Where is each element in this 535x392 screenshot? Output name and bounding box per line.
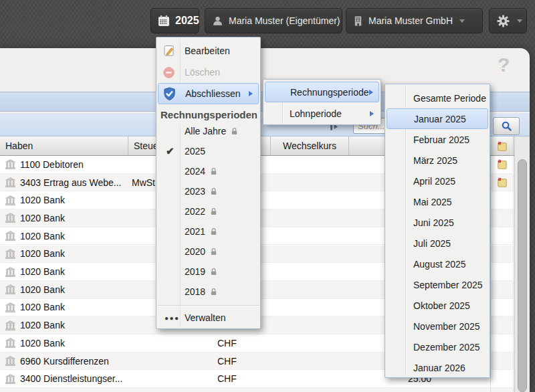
menu-item-year-2025[interactable]: ✔ 2025 [158,141,259,161]
company-dropdown-button[interactable]: Maria Muster GmbH [346,8,483,33]
building-icon [353,15,363,27]
account-label: 1020 Bank [20,213,65,223]
search-button[interactable] [493,117,520,135]
rechnungsperiode-submenu: Gesamte Periode Januar 2025 Februar 2025… [385,84,490,378]
submenu-arrow-icon [249,91,253,96]
company-button-label: Maria Muster GmbH [368,15,453,26]
account-label: 1020 Bank [20,266,65,277]
menu-item-november-2025[interactable]: November 2025 [387,316,488,336]
note-cell [490,174,514,191]
column-header-haben[interactable]: Haben [0,136,128,155]
account-label: 1100 Debitoren [20,159,84,170]
account-label: 1020 Bank [20,195,65,205]
bank-icon [5,302,16,313]
menu-item-abschliessen[interactable]: Abschliessen [158,83,259,104]
help-button[interactable]: ? [498,54,510,76]
menu-item-year-2024[interactable]: 2024 [158,161,259,181]
gear-icon [496,14,510,28]
note-cell [490,370,514,387]
vertical-scrollbar[interactable] [514,136,530,392]
submenu-arrow-icon [369,90,373,95]
bank-icon [5,195,16,206]
note-cell [490,156,514,173]
column-header-notes[interactable] [490,136,514,155]
note-icon [496,176,508,189]
menu-item-year-2019[interactable]: 2019 [158,262,259,282]
submenu-arrow-icon [370,111,374,116]
currency-cell: CHF [198,334,271,352]
delete-icon [163,66,175,79]
note-cell [490,263,514,280]
menu-item-juni-2025[interactable]: Juni 2025 [387,212,488,233]
menu-item-year-2018[interactable]: 2018 [158,282,259,302]
menu-item-year-2022[interactable]: 2022 [158,201,259,221]
menu-item-september-2025[interactable]: September 2025 [387,274,488,295]
bank-icon [5,177,16,188]
menu-item-oktober-2025[interactable]: Oktober 2025 [387,295,488,316]
user-dropdown-button[interactable]: Maria Muster (Eigentümer) [205,8,342,33]
menu-item-gesamte-periode[interactable]: Gesamte Periode [387,88,488,108]
settings-button[interactable] [489,8,527,33]
lock-icon [210,288,217,296]
menu-item-year-2023[interactable]: 2023 [158,181,259,201]
lock-icon [210,268,217,276]
account-label: 1020 Bank [20,284,65,295]
bank-icon [5,284,16,295]
chevron-down-icon [517,19,522,23]
lock-icon [210,248,217,256]
bank-icon [5,266,16,278]
period-context-menu: Bearbeiten Löschen Abschliessen Rechnung… [156,37,261,329]
note-cell [490,316,514,334]
calendar-icon [158,15,170,27]
note-cell [490,281,514,298]
menu-item-maerz-2025[interactable]: März 2025 [387,150,488,171]
ellipsis-icon: ●●● [165,314,180,322]
bank-icon [5,355,16,367]
lock-icon [210,167,217,176]
note-cell [490,299,514,316]
menu-item-mai-2025[interactable]: Mai 2025 [387,191,488,212]
lock-icon [210,207,217,216]
bank-icon [5,248,16,260]
account-label: 1020 Bank [20,248,65,259]
menu-item-bearbeiten[interactable]: Bearbeiten [158,40,259,62]
account-label: 1020 Bank [20,320,65,330]
note-cell [490,191,514,209]
chevron-down-icon [459,19,465,23]
bank-icon [5,337,16,349]
menu-item-year-2021[interactable]: 2021 [158,221,259,241]
menu-item-rechnungsperiode[interactable]: Rechnungsperiode [265,82,379,102]
bank-icon [5,212,16,223]
lock-icon [231,127,238,136]
menu-item-dezember-2025[interactable]: Dezember 2025 [387,336,488,357]
bank-icon [5,373,16,385]
note-icon [496,158,508,171]
menu-item-alle-jahre[interactable]: Alle Jahre [158,121,259,141]
menu-item-verwalten[interactable]: ●●● Verwalten [158,308,259,328]
screen: 2025 Maria Muster (Eigentümer) Maria Mus… [0,0,535,392]
currency-cell: CHF [198,353,271,370]
bank-icon [5,159,16,170]
menu-item-loeschen: Löschen [158,62,259,83]
note-cell [490,334,514,352]
menu-item-lohnperiode[interactable]: Lohnperiode [265,103,379,124]
menu-item-year-2020[interactable]: 2020 [158,241,259,262]
account-label: 3400 Dienstleistungser... [20,373,122,384]
note-cell [490,209,514,227]
scrollbar-thumb[interactable] [518,159,527,392]
note-cell [490,227,514,245]
note-icon [496,140,508,153]
menu-item-januar-2026[interactable]: Januar 2026 [387,357,488,378]
account-label: 6960 Kursdifferenzen [20,356,109,367]
edit-icon [163,44,176,58]
menu-item-august-2025[interactable]: August 2025 [387,254,488,274]
column-header-wechselkurs[interactable]: Wechselkurs [271,136,349,155]
menu-item-april-2025[interactable]: April 2025 [387,171,488,191]
user-icon [212,15,223,27]
period-dropdown-button[interactable]: 2025 [150,8,199,33]
menu-item-februar-2025[interactable]: Februar 2025 [387,129,488,150]
account-label: 1020 Bank [20,231,65,241]
menu-item-januar-2025[interactable]: Januar 2025 [387,108,488,129]
table-row [0,388,514,392]
menu-item-juli-2025[interactable]: Juli 2025 [387,233,488,254]
